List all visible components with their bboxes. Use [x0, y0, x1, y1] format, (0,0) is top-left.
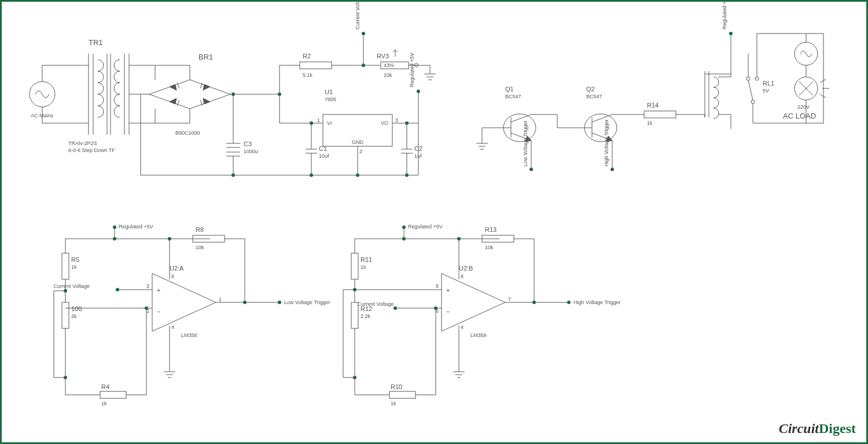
svg-point-153: [116, 288, 119, 291]
svg-point-63: [310, 173, 313, 177]
svg-point-92: [610, 168, 614, 171]
tr1-ref: TR1: [89, 38, 103, 47]
svg-point-128: [113, 225, 116, 229]
r11-val: 1k: [361, 264, 366, 270]
svg-rect-94: [644, 111, 676, 118]
r10-ref: R10: [391, 383, 402, 390]
r10-val: 1k: [391, 401, 396, 406]
u2b-p8: 8: [461, 273, 464, 279]
brand-logo: CircuitDigest: [779, 421, 856, 436]
r14-val: 1k: [647, 120, 653, 126]
br1-type: B80C1000: [175, 130, 200, 136]
svg-point-108: [755, 77, 759, 80]
u2b-ref: U2:B: [459, 265, 473, 272]
r100-ref: 100: [71, 305, 82, 312]
svg-line-118: [820, 79, 826, 83]
rv3-val: 10k: [384, 72, 392, 78]
svg-line-109: [748, 80, 753, 100]
u2b-p5: 5: [436, 283, 439, 289]
q1-ref: Q1: [505, 86, 514, 92]
u2b-p4: 4: [461, 324, 464, 330]
u2a-type: LM358: [181, 332, 197, 338]
reg5-net-b: Regulated +5V: [408, 224, 443, 230]
r14-ref: R14: [647, 102, 659, 109]
u1-p2: 2: [359, 149, 362, 154]
tr1-type: TRAN-2P2S: [68, 140, 97, 146]
q1-type: BC547: [505, 94, 521, 99]
svg-point-201: [532, 301, 536, 304]
svg-point-163: [243, 301, 247, 304]
q2-ref: Q2: [586, 86, 595, 92]
r2-ref: R2: [303, 53, 311, 60]
svg-rect-39: [300, 62, 332, 69]
load-val: 220V: [797, 104, 810, 110]
u1-p1: 1: [317, 117, 320, 123]
r4-ref: R4: [101, 383, 109, 390]
r5-val: 1k: [71, 264, 77, 270]
svg-rect-132: [62, 302, 69, 328]
svg-text:+: +: [446, 287, 450, 294]
lowtrig-net-a: Low Voltage Trigger: [284, 299, 330, 305]
hightrig-net-q2: High Voltage Trigger: [604, 119, 609, 166]
svg-point-110: [751, 100, 755, 103]
u1-ref: U1: [325, 88, 333, 95]
u1-vi: VI: [327, 120, 332, 126]
rv3-pct: 43%: [384, 62, 394, 68]
svg-point-56: [356, 173, 359, 177]
rl1-val: 5V: [763, 88, 769, 94]
svg-rect-137: [100, 391, 126, 398]
curv-net-a: Current Voltage: [53, 283, 90, 289]
r8-val: 10k: [196, 245, 204, 250]
u2a-ref: U2:A: [170, 265, 184, 272]
r13-val: 10k: [485, 245, 494, 250]
r13-ref: R13: [485, 226, 496, 233]
rv3-ref: RV3: [377, 53, 389, 60]
svg-point-194: [393, 306, 397, 310]
r4-val: 1k: [101, 401, 107, 406]
r11-ref: R11: [361, 256, 372, 263]
c3-ref: C3: [244, 140, 252, 147]
svg-point-71: [417, 90, 420, 93]
lowtrig-net-q1: Low Voltage Trigger: [523, 120, 528, 166]
u2b-p7: 7: [508, 297, 511, 302]
svg-point-69: [405, 173, 409, 177]
u2a-p3: 3: [146, 283, 149, 289]
svg-rect-130: [62, 253, 69, 279]
r100-val: 2k: [71, 313, 77, 319]
svg-text:−: −: [446, 308, 450, 315]
reg5-net-relay: Regulated +5V: [722, 2, 727, 29]
u1-vo: VO: [381, 120, 388, 126]
c3-val: 1000u: [244, 149, 258, 154]
svg-point-101: [729, 32, 733, 35]
curv-net-b: Current Voltage: [358, 301, 394, 307]
u2b-type: LM358: [470, 332, 487, 338]
svg-point-59: [310, 121, 313, 125]
c1-ref: C1: [319, 145, 327, 152]
svg-text:+: +: [157, 287, 160, 294]
svg-rect-177: [389, 391, 415, 398]
reg5-net-u1: Regulated +5V: [409, 53, 415, 87]
svg-point-35: [231, 173, 235, 177]
svg-point-34: [231, 92, 235, 96]
q2-type: BC547: [586, 94, 602, 99]
svg-point-168: [402, 225, 406, 229]
r2-val: 5.1k: [303, 72, 313, 78]
svg-text:−: −: [157, 308, 160, 315]
load-label: AC LOAD: [783, 112, 816, 120]
svg-line-120: [820, 94, 826, 98]
svg-point-164: [278, 301, 281, 304]
curv-net-top: Current Voltage: [355, 2, 361, 29]
svg-point-84: [529, 168, 533, 171]
svg-point-195: [434, 306, 437, 310]
svg-rect-170: [351, 253, 358, 279]
svg-point-157: [145, 306, 148, 310]
tr1-note: 6-0-6 Step Down TF: [68, 147, 115, 153]
reg5-net-a: Regulated +5V: [119, 224, 153, 230]
c1-val: 10uf: [319, 153, 329, 159]
r12-val: 2.2k: [361, 313, 371, 319]
u2a-p8: 8: [171, 273, 174, 279]
u1-p3: 3: [395, 117, 398, 123]
u1-type: 7805: [325, 97, 336, 102]
hightrig-net-b: High Voltage Trigger: [573, 299, 621, 305]
u2a-p4: 4: [171, 324, 174, 330]
